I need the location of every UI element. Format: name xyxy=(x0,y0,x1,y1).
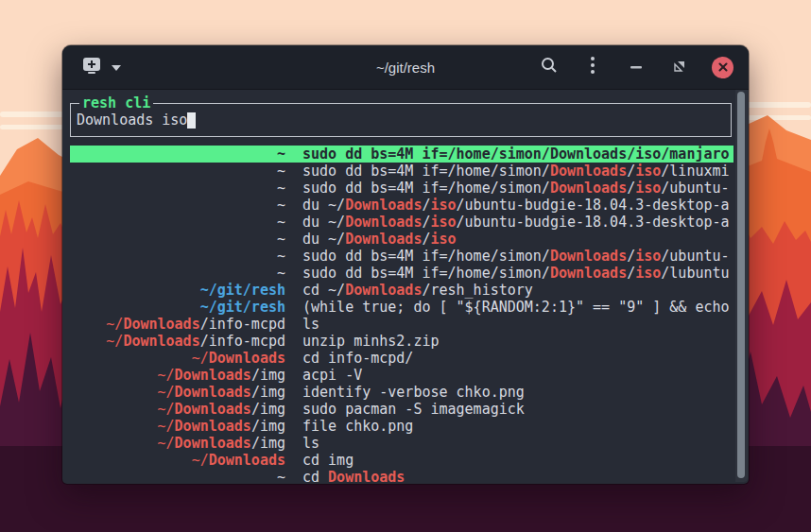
row-command: identify -verbose chko.png xyxy=(285,384,525,401)
resh-frame-title: resh cli xyxy=(79,94,153,112)
row-command: cd ~/Downloads/resh_history xyxy=(285,282,533,299)
row-command: sudo dd bs=4M if=/home/simon/Downloads/i… xyxy=(285,248,730,265)
row-command: unzip minhs2.zip xyxy=(285,333,440,350)
history-row[interactable]: ~/Downloads/imgsudo pacman -S imagemagic… xyxy=(70,401,733,418)
history-row[interactable]: ~/Downloadscd img xyxy=(70,452,733,469)
search-button[interactable] xyxy=(538,56,561,78)
row-directory-context: ~/Downloads/img xyxy=(70,401,285,418)
row-directory-context: ~ xyxy=(70,265,285,282)
history-row[interactable]: ~sudo dd bs=4M if=/home/simon/Downloads/… xyxy=(70,180,733,197)
history-row[interactable]: ~du ~/Downloads/iso/ubuntu-budgie-18.04.… xyxy=(70,197,733,214)
row-command: sudo dd bs=4M if=/home/simon/Downloads/i… xyxy=(285,163,730,180)
row-directory-context: ~ xyxy=(70,163,285,180)
row-command: ls xyxy=(285,435,319,452)
row-directory-context: ~/Downloads xyxy=(70,452,285,469)
row-directory-context: ~/git/resh xyxy=(70,299,285,316)
row-directory-context: ~/Downloads/img xyxy=(70,367,285,384)
terminal-plus-icon xyxy=(81,56,102,78)
row-command: ls xyxy=(285,316,319,333)
search-input[interactable]: Downloads iso xyxy=(71,104,731,136)
row-command: du ~/Downloads/iso/ubuntu-budgie-18.04.3… xyxy=(285,214,730,231)
minimize-button[interactable] xyxy=(625,56,647,78)
history-row[interactable]: ~cd Downloads xyxy=(70,469,733,484)
row-command: cd Downloads xyxy=(285,469,405,484)
menu-button[interactable] xyxy=(581,56,604,78)
terminal-content: resh cli Downloads iso ~sudo dd bs=4M if… xyxy=(62,90,749,484)
history-row[interactable]: ~/Downloads/imgacpi -V xyxy=(70,367,733,384)
row-directory-context: ~ xyxy=(70,197,285,214)
row-command: cd info-mcpd/ xyxy=(285,350,413,367)
row-command: sudo dd bs=4M if=/home/simon/Downloads/i… xyxy=(285,180,730,197)
history-row[interactable]: ~/Downloadscd info-mcpd/ xyxy=(70,350,733,367)
row-command: sudo dd bs=4M if=/home/simon/Downloads/i… xyxy=(285,265,730,282)
row-directory-context: ~/Downloads/info-mcpd xyxy=(70,333,285,350)
row-directory-context: ~/Downloads/img xyxy=(70,384,285,401)
row-directory-context: ~ xyxy=(70,231,285,248)
row-command: acpi -V xyxy=(285,367,362,384)
history-row[interactable]: ~du ~/Downloads/iso xyxy=(70,231,733,248)
history-row-selected[interactable]: ~sudo dd bs=4M if=/home/simon/Downloads/… xyxy=(70,146,733,163)
row-command: file chko.png xyxy=(285,418,413,435)
kebab-menu-icon xyxy=(591,57,595,77)
row-command: sudo pacman -S imagemagick xyxy=(285,401,525,418)
row-directory-context: ~/Downloads xyxy=(70,350,285,367)
history-row[interactable]: ~du ~/Downloads/iso/ubuntu-budgie-18.04.… xyxy=(70,214,733,231)
new-tab-button[interactable] xyxy=(81,56,122,78)
history-row[interactable]: ~sudo dd bs=4M if=/home/simon/Downloads/… xyxy=(70,163,733,180)
minimize-icon xyxy=(630,66,642,68)
scrollbar-track[interactable] xyxy=(735,90,748,482)
row-directory-context: ~ xyxy=(70,180,285,197)
restore-window-icon xyxy=(674,59,685,76)
history-row[interactable]: ~/Downloads/info-mcpdls xyxy=(70,316,733,333)
magnifier-icon xyxy=(541,57,558,77)
row-directory-context: ~ xyxy=(70,214,285,231)
x-icon xyxy=(718,62,728,72)
results-list: ~sudo dd bs=4M if=/home/simon/Downloads/… xyxy=(70,146,733,484)
text-cursor xyxy=(187,112,196,129)
search-query-text: Downloads iso xyxy=(77,112,187,129)
history-row[interactable]: ~/Downloads/imgls xyxy=(70,435,733,452)
restore-button[interactable] xyxy=(668,56,691,78)
history-row[interactable]: ~sudo dd bs=4M if=/home/simon/Downloads/… xyxy=(70,248,733,265)
row-directory-context: ~ xyxy=(70,248,285,265)
history-row[interactable]: ~/git/reshcd ~/Downloads/resh_history xyxy=(70,282,733,299)
row-directory-context: ~/Downloads/img xyxy=(70,435,285,452)
row-directory-context: ~ xyxy=(70,146,285,163)
resh-search-frame: resh cli Downloads iso xyxy=(70,103,732,137)
history-row[interactable]: ~/Downloads/info-mcpdunzip minhs2.zip xyxy=(70,333,733,350)
row-command: sudo dd bs=4M if=/home/simon/Downloads/i… xyxy=(285,146,730,163)
row-directory-context: ~/git/resh xyxy=(70,282,285,299)
row-command: du ~/Downloads/iso xyxy=(285,231,457,248)
row-directory-context: ~/Downloads/info-mcpd xyxy=(70,316,285,333)
scrollbar-thumb[interactable] xyxy=(737,92,745,478)
row-command: cd img xyxy=(285,452,354,469)
history-row[interactable]: ~/git/resh(while true; do [ "${RANDOM:2:… xyxy=(70,299,733,316)
chevron-down-icon[interactable] xyxy=(111,59,122,76)
row-directory-context: ~ xyxy=(70,469,285,484)
row-command: du ~/Downloads/iso/ubuntu-budgie-18.04.3… xyxy=(285,197,730,214)
row-command: (while true; do [ "${RANDOM:2:1}" == "9"… xyxy=(285,299,730,316)
row-directory-context: ~/Downloads/img xyxy=(70,418,285,435)
history-row[interactable]: ~/Downloads/imgidentify -verbose chko.pn… xyxy=(70,384,733,401)
history-row[interactable]: ~/Downloads/imgfile chko.png xyxy=(70,418,733,435)
close-button[interactable] xyxy=(712,57,733,78)
titlebar[interactable]: ~/git/resh xyxy=(62,45,749,90)
history-row[interactable]: ~sudo dd bs=4M if=/home/simon/Downloads/… xyxy=(70,265,733,282)
terminal-window: ~/git/resh xyxy=(62,45,749,484)
